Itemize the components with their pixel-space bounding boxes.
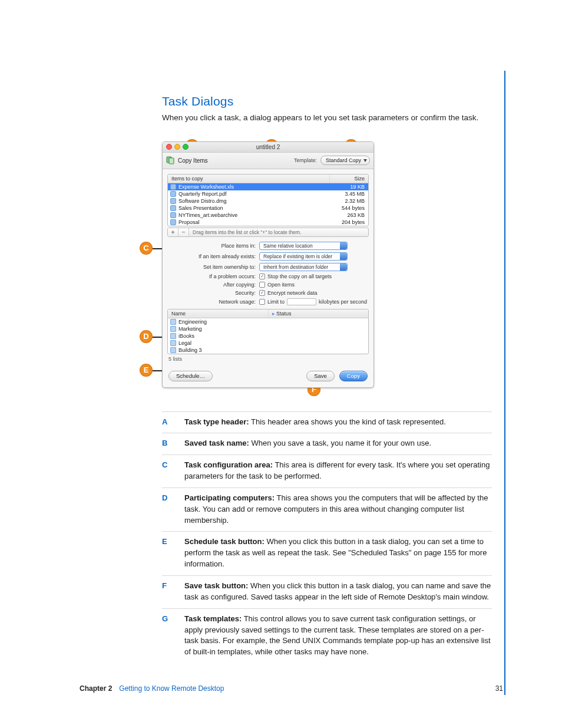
callout-d: D: [140, 330, 153, 343]
place-in-select[interactable]: Same relative location: [259, 242, 348, 250]
file-icon: [170, 212, 176, 218]
template-label: Template:: [294, 157, 317, 163]
remove-item-button[interactable]: －: [178, 228, 189, 236]
after-copy-label: After copying:: [167, 282, 256, 288]
definition-term: Task configuration area:: [184, 460, 273, 469]
file-row[interactable]: Proposal204 bytes: [168, 219, 368, 226]
definitions-list: ATask type header: This header area show…: [162, 411, 492, 664]
chapter-title: Getting to Know Remote Desktop: [119, 684, 224, 693]
svg-rect-1: [169, 158, 174, 164]
if-exists-select[interactable]: Replace if existing item is older: [259, 252, 348, 261]
computers-header: Name ▸ Status: [168, 309, 368, 318]
computer-name: Legal: [178, 340, 191, 346]
definition-term: Saved task name:: [184, 439, 249, 447]
computer-icon: [170, 347, 176, 353]
definition-body: Participating computers: This area shows…: [184, 493, 492, 526]
definition-key: B: [162, 438, 174, 449]
template-value: Standard Copy: [326, 157, 361, 163]
file-name: NYTimes_art.webarchive: [178, 212, 237, 218]
file-size: 263 KB: [326, 212, 365, 218]
file-row[interactable]: Sales Presentation544 bytes: [168, 205, 368, 212]
after-copy-checkbox[interactable]: [259, 282, 265, 288]
definition-row: DParticipating computers: This area show…: [162, 487, 492, 532]
definition-key: F: [162, 581, 174, 603]
network-label: Network usage:: [167, 299, 256, 305]
file-name: Proposal: [178, 219, 200, 225]
ownership-value: Inherit from destination folder: [263, 264, 328, 270]
file-row[interactable]: Quarterly Report.pdf3.45 MB: [168, 190, 368, 197]
definition-term: Task templates:: [184, 614, 242, 623]
page-number: 31: [495, 684, 503, 693]
page-footer: Chapter 2 Getting to Know Remote Desktop…: [80, 684, 503, 693]
items-table-header: Items to copy Size: [168, 174, 368, 183]
after-copy-value: Open items: [267, 282, 295, 288]
problem-value: Stop the copy on all targets: [267, 274, 332, 279]
definition-row: ESchedule task button: When you click th…: [162, 531, 492, 575]
definition-key: D: [162, 493, 174, 526]
computer-icon: [170, 333, 176, 339]
add-item-button[interactable]: ＋: [168, 228, 178, 236]
margin-rule: [504, 71, 505, 695]
computer-row[interactable]: Marketing: [168, 325, 368, 332]
network-unit: kilobytes per second: [319, 299, 367, 305]
col-computer-name[interactable]: Name: [168, 309, 269, 318]
problem-checkbox[interactable]: [259, 274, 265, 279]
network-value: Limit to: [267, 299, 285, 305]
computer-name: iBooks: [178, 333, 194, 339]
definition-term: Save task button:: [184, 581, 248, 590]
security-label: Security:: [167, 290, 256, 296]
file-row[interactable]: Expense Worksheet.xls19 KB: [168, 183, 368, 190]
security-checkbox[interactable]: [259, 290, 265, 296]
file-name: Quarterly Report.pdf: [178, 191, 227, 197]
ownership-label: Set item ownership to:: [167, 264, 256, 270]
items-table: Items to copy Size Expense Worksheet.xls…: [167, 174, 369, 226]
computers-summary: 5 lists: [167, 354, 369, 364]
ownership-select[interactable]: Inherit from destination folder: [259, 263, 348, 271]
definition-body: Saved task name: When you save a task, y…: [184, 438, 492, 449]
task-header: Copy Items Template: Standard Copy: [163, 153, 373, 169]
computer-row[interactable]: Building 3: [168, 347, 368, 354]
definition-row: FSave task button: When you click this b…: [162, 575, 492, 608]
window-title: untitled 2: [163, 144, 373, 150]
computer-icon: [170, 326, 176, 332]
file-row[interactable]: NYTimes_art.webarchive263 KB: [168, 212, 368, 219]
network-limit-input[interactable]: [287, 298, 316, 305]
problem-label: If a problem occurs:: [167, 274, 256, 279]
computer-icon: [170, 340, 176, 346]
file-size: 2.32 MB: [326, 198, 365, 204]
file-row[interactable]: Software Distro.dmg2.32 MB: [168, 197, 368, 205]
file-icon: [170, 219, 176, 225]
file-icon: [170, 205, 176, 211]
definition-term: Task type header:: [184, 417, 249, 426]
computer-row[interactable]: Engineering: [168, 318, 368, 325]
definition-key: A: [162, 417, 174, 428]
col-computer-status[interactable]: ▸ Status: [269, 309, 369, 318]
dialog-buttons: Schedule… Save Copy: [163, 367, 373, 387]
file-icon: [170, 198, 176, 204]
config-area: Items to copy Size Expense Worksheet.xls…: [163, 169, 373, 367]
schedule-button[interactable]: Schedule…: [168, 371, 213, 381]
items-hint: Drag items into the list or click "+" to…: [189, 229, 368, 235]
computer-row[interactable]: Legal: [168, 340, 368, 347]
col-size[interactable]: Size: [330, 174, 368, 183]
template-select[interactable]: Standard Copy: [320, 156, 370, 165]
chapter-label: Chapter 2: [80, 684, 112, 693]
definition-row: ATask type header: This header area show…: [162, 411, 492, 433]
options-form: Place items in: Same relative location I…: [167, 242, 369, 305]
callout-c: C: [140, 242, 153, 255]
definition-key: E: [162, 536, 174, 570]
definition-term: Participating computers:: [184, 493, 275, 502]
definition-body: Task templates: This control allows you …: [184, 614, 492, 658]
copy-button[interactable]: Copy: [339, 371, 368, 381]
col-items[interactable]: Items to copy: [168, 174, 330, 183]
security-value: Encrypt network data: [267, 290, 318, 296]
copy-items-icon: [166, 156, 174, 164]
computer-row[interactable]: iBooks: [168, 332, 368, 340]
save-button[interactable]: Save: [306, 371, 335, 381]
computer-name: Engineering: [178, 319, 207, 325]
network-checkbox[interactable]: [259, 299, 265, 305]
file-size: 544 bytes: [326, 205, 365, 211]
definition-body: Schedule task button: When you click thi…: [184, 536, 492, 570]
file-size: 3.45 MB: [326, 191, 365, 197]
titlebar: untitled 2: [163, 142, 373, 153]
